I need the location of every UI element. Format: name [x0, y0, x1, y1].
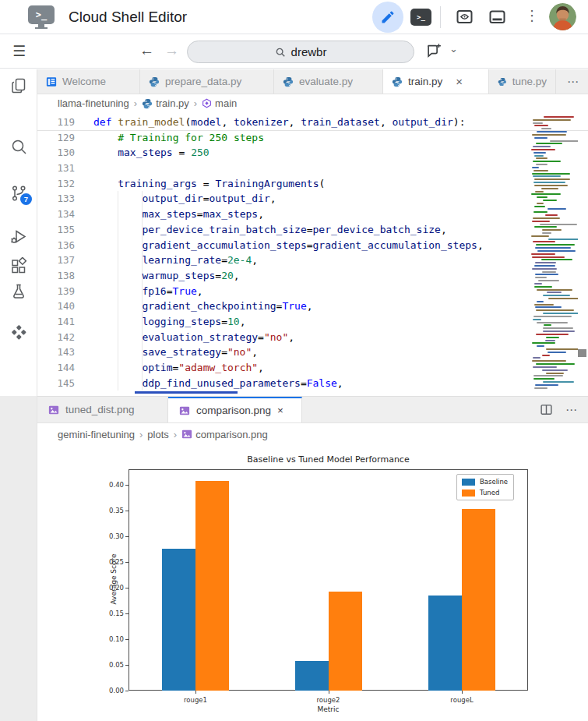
minimap-line [534, 286, 552, 288]
minimap-line [534, 155, 544, 157]
breadcrumb-item-comparison.png[interactable]: comparison.png [181, 429, 268, 440]
minimap-line [548, 298, 578, 299]
minimap-line [548, 352, 566, 353]
y-tick-label: 0.15 [97, 610, 124, 617]
editor-tab-Welcome[interactable]: Welcome [37, 69, 140, 94]
code-line-138[interactable]: 138warmup_steps=20, [37, 268, 588, 284]
minimap-line [533, 378, 554, 380]
minimap-line [534, 178, 571, 180]
user-avatar[interactable] [549, 3, 576, 30]
breadcrumb-item-gemini-finetuning[interactable]: gemini-finetuning [58, 429, 135, 440]
line-number: 129 [37, 130, 75, 146]
panel-tab-comparison.png[interactable]: comparison.png× [168, 397, 302, 422]
minimap-line [534, 185, 568, 186]
code-line-144[interactable]: 144optim="adamw_torch", [37, 360, 588, 376]
panel-tab-tuned_dist.png[interactable]: tuned_dist.png [37, 397, 168, 422]
forward-button: → [164, 42, 179, 59]
bar-tuned-rougeL [462, 509, 495, 691]
minimap-line [537, 131, 567, 133]
web-preview-button[interactable] [455, 8, 474, 27]
more-tabs-button[interactable]: ⋯ [558, 69, 588, 94]
hamburger-menu-button[interactable]: ☰ [12, 42, 26, 60]
y-tick-mark [125, 511, 129, 511]
code-line-137[interactable]: 137learning_rate=2e-4, [37, 253, 588, 268]
run-debug-icon[interactable] [9, 228, 28, 246]
bar-baseline-rouge2 [295, 661, 329, 691]
code-line-140[interactable]: 140gradient_checkpointing=True, [37, 299, 588, 314]
code-text: save_strategy="no", [93, 345, 258, 360]
editor-tab-train.py[interactable]: train.py× [383, 69, 489, 94]
image-file-icon [179, 405, 190, 416]
code-line-143[interactable]: 143save_strategy="no", [37, 345, 588, 360]
minimap-line [542, 369, 568, 371]
minimap-line [542, 355, 550, 356]
line-number: 139 [37, 284, 75, 299]
bar-tuned-rouge2 [329, 592, 362, 691]
panel-breadcrumb[interactable]: gemini-finetuning›plots›comparison.png [37, 424, 588, 444]
image-preview-panel: tuned_dist.pngcomparison.png×⋯ gemini-fi… [37, 396, 588, 721]
editor-tab-prepare_data.py[interactable]: prepare_data.py [140, 69, 274, 94]
code-line-133[interactable]: 133output_dir=output_dir, [37, 191, 588, 207]
panel-more-button[interactable]: ⋯ [565, 403, 577, 417]
open-terminal-button[interactable]: >_ [410, 9, 431, 26]
code-editor[interactable]: 119def train_model(model, tokenizer, tra… [37, 111, 588, 396]
send-feedback-button[interactable] [425, 42, 442, 59]
editor-mode-button[interactable] [372, 2, 403, 33]
minimap-line [533, 170, 548, 171]
y-tick-mark [125, 536, 129, 537]
minimap-line [533, 357, 540, 359]
code-line-135[interactable]: 135per_device_train_batch_size=per_devic… [37, 222, 588, 238]
code-line-141[interactable]: 141logging_steps=10, [37, 314, 588, 330]
back-button[interactable]: ← [139, 42, 154, 59]
close-icon[interactable]: × [277, 405, 283, 416]
code-line-142[interactable]: 142evaluation_strategy="no", [37, 330, 588, 345]
chevron-down-icon[interactable]: ⌄ [449, 43, 458, 55]
minimap-line [533, 316, 572, 317]
python-icon [498, 76, 507, 87]
breadcrumb-item-train.py[interactable]: train.py [142, 97, 189, 109]
minimap-line [548, 239, 578, 240]
breadcrumb-item-llama-finetuning[interactable]: llama-finetuning [58, 97, 129, 109]
test-lab-icon[interactable] [9, 282, 28, 301]
search-input[interactable]: drewbr [187, 41, 414, 63]
horizontal-scrollbar[interactable] [135, 391, 238, 394]
minimap-line [533, 175, 561, 177]
y-tick-mark [125, 639, 129, 640]
code-line-132[interactable]: 132training_args = TrainingArguments( [37, 176, 588, 192]
open-in-window-button[interactable] [488, 8, 507, 27]
minimap-line [533, 217, 561, 219]
code-line-130[interactable]: 130max_steps = 250 [37, 145, 588, 161]
search-sidebar-icon[interactable] [9, 137, 28, 156]
minimap-line [534, 206, 544, 207]
search-value: drewbr [291, 45, 327, 58]
editor-tab-bar: Welcomeprepare_data.pyevaluate.pytrain.p… [37, 69, 588, 94]
vertical-scrollbar[interactable] [578, 349, 586, 357]
minimap[interactable] [530, 115, 578, 391]
code-line-136[interactable]: 136gradient_accumulation_steps=gradient_… [37, 238, 588, 253]
code-line-145[interactable]: 145ddp_find_unused_parameters=False, [37, 376, 588, 391]
editor-tab-tune.py[interactable]: tune.py [489, 69, 556, 94]
minimap-line [535, 262, 556, 263]
extensions-icon[interactable] [9, 257, 28, 276]
minimap-line [535, 274, 558, 275]
editor-breadcrumb[interactable]: llama-finetuning›train.py›main [37, 95, 588, 111]
editor-tab-evaluate.py[interactable]: evaluate.py [274, 69, 383, 94]
minimap-line [546, 348, 578, 350]
code-line-129[interactable]: 129# Training for 250 steps [37, 130, 588, 146]
explorer-icon[interactable] [9, 76, 28, 95]
breadcrumb-item-main[interactable]: main [202, 97, 237, 109]
breadcrumb-item-plots[interactable]: plots [147, 429, 168, 440]
code-line-139[interactable]: 139fp16=True, [37, 284, 588, 299]
split-editor-icon[interactable] [540, 403, 553, 416]
cloud-code-icon[interactable] [9, 323, 28, 342]
more-options-button[interactable]: ⋮ [525, 7, 539, 24]
code-text: ddp_find_unused_parameters=False, [93, 376, 343, 391]
minimap-line [537, 322, 567, 323]
code-line-134[interactable]: 134max_steps=max_steps, [37, 207, 588, 222]
minimap-line [543, 313, 578, 314]
close-icon[interactable]: × [456, 75, 463, 88]
code-text: per_device_train_batch_size=per_device_b… [93, 222, 447, 238]
code-line-119[interactable]: 119def train_model(model, tokenizer, tra… [37, 115, 588, 130]
code-line-131[interactable]: 131 [37, 161, 588, 176]
line-number: 136 [37, 238, 75, 253]
